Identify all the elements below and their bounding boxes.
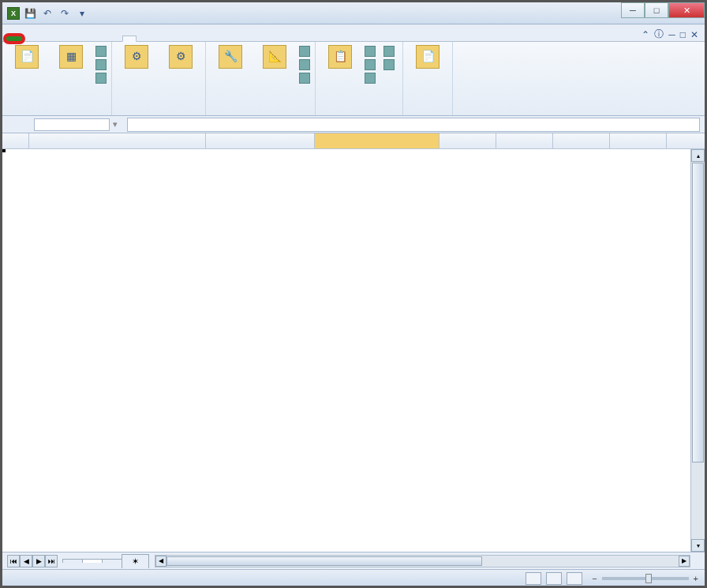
col-header-1[interactable] — [29, 133, 206, 148]
import-button[interactable] — [383, 45, 398, 58]
ribbon-group-code: 📄 ▦ — [2, 42, 112, 115]
tab-insert[interactable] — [37, 36, 51, 41]
name-box[interactable] — [34, 118, 110, 131]
save-icon[interactable]: 💾 — [23, 6, 37, 21]
tab-addins[interactable] — [137, 36, 151, 41]
help-icon[interactable]: ⓘ — [654, 28, 664, 41]
formula-input[interactable] — [127, 118, 700, 132]
doc-panel-button[interactable]: 📄 — [408, 45, 447, 70]
zoom-out-button[interactable]: − — [592, 574, 597, 583]
zoom-in-button[interactable]: + — [694, 574, 698, 583]
title-bar: X 💾 ↶ ↷ ▾ ─ □ ✕ — [2, 2, 705, 24]
ribbon-tabs: ⌃ ⓘ ─ □ ✕ — [2, 24, 705, 42]
sheet-tab-1[interactable] — [62, 559, 83, 563]
visual-basic-button[interactable]: 📄 — [7, 45, 47, 70]
view-normal-button[interactable] — [526, 572, 541, 585]
col-header-3[interactable] — [315, 133, 440, 148]
addins-button[interactable]: ⚙ — [117, 45, 156, 70]
ribbon-minimize-icon[interactable]: ⌃ — [642, 29, 649, 40]
doc-min-icon[interactable]: ─ — [668, 29, 675, 40]
ribbon-group-addins: ⚙ ⚙ — [112, 42, 206, 115]
doc-close-icon[interactable]: ✕ — [690, 29, 698, 40]
sheet-nav-first[interactable]: ⏮ — [7, 555, 20, 567]
export-button[interactable] — [383, 58, 398, 71]
scroll-up-button[interactable]: ▴ — [691, 149, 705, 162]
qat-more-icon[interactable]: ▾ — [75, 6, 89, 21]
source-button[interactable]: 📋 — [320, 45, 360, 70]
sheet-nav-last[interactable]: ⏭ — [45, 555, 58, 567]
code-icon — [299, 59, 310, 70]
tab-review[interactable] — [94, 36, 108, 41]
tab-file[interactable] — [6, 36, 23, 41]
sheet-tab-bar: ⏮ ◀ ▶ ⏭ ✶ ◀ ▶ — [2, 552, 705, 569]
close-button[interactable]: ✕ — [668, 2, 705, 18]
redo-icon[interactable]: ↷ — [58, 6, 72, 21]
excel-icon: X — [7, 7, 20, 20]
doc-restore-icon[interactable]: □ — [680, 29, 686, 40]
zoom-slider[interactable] — [602, 577, 689, 580]
props-icon — [299, 46, 310, 57]
minimize-button[interactable]: ─ — [621, 2, 645, 18]
properties-button[interactable] — [299, 45, 310, 58]
ribbon-group-modify: 📄 — [403, 42, 453, 115]
refresh-data-button[interactable] — [365, 72, 379, 84]
vscroll-thumb[interactable] — [692, 163, 704, 463]
undo-icon[interactable]: ↶ — [40, 6, 54, 21]
tab-home[interactable] — [23, 36, 37, 41]
maximize-button[interactable]: □ — [645, 2, 668, 18]
relative-ref-button[interactable] — [95, 58, 107, 71]
macros-button[interactable]: ▦ — [51, 45, 91, 70]
map-props-button[interactable] — [365, 45, 379, 58]
col-header-2[interactable] — [206, 133, 315, 148]
tab-developer[interactable] — [122, 36, 137, 42]
macro-security-button[interactable] — [95, 72, 107, 84]
vb-icon: 📄 — [15, 45, 39, 69]
scroll-down-button[interactable]: ▾ — [691, 539, 705, 552]
status-bar: − + — [2, 569, 705, 586]
run-dialog-button[interactable] — [299, 72, 310, 84]
hscroll-thumb[interactable] — [166, 556, 482, 566]
column-headers — [2, 133, 705, 149]
zoom-thumb[interactable] — [645, 574, 652, 583]
record-icon — [95, 46, 107, 57]
col-header-5[interactable] — [496, 133, 553, 148]
view-pagebreak-button[interactable] — [567, 572, 582, 585]
col-header-7[interactable] — [610, 133, 667, 148]
design-mode-button[interactable]: 📐 — [255, 45, 294, 70]
hscroll-left[interactable]: ◀ — [155, 556, 166, 567]
sheet-nav-next[interactable]: ▶ — [32, 555, 45, 567]
selection-rectangle — [2, 149, 6, 152]
view-layout-button[interactable] — [546, 572, 562, 585]
sheet-tab-3[interactable] — [102, 559, 122, 563]
formula-bar: ▾ — [2, 116, 705, 133]
ribbon-group-xml: 📋 — [316, 42, 403, 115]
export-icon — [383, 59, 395, 70]
exppack-icon — [365, 59, 376, 70]
mapprops-icon — [365, 46, 376, 57]
select-all-corner[interactable] — [2, 133, 29, 148]
new-sheet-button[interactable]: ✶ — [122, 554, 149, 568]
tab-view[interactable] — [108, 36, 122, 41]
expansion-packs-button[interactable] — [365, 58, 379, 71]
sheet-nav-prev[interactable]: ◀ — [20, 555, 32, 567]
sheet-tab-2[interactable] — [82, 559, 103, 563]
insert-control-button[interactable]: 🔧 — [211, 45, 250, 70]
namebox-dropdown-icon[interactable]: ▾ — [113, 119, 118, 129]
hscroll-right[interactable]: ▶ — [679, 556, 690, 567]
insert-icon: 🔧 — [219, 45, 242, 69]
tab-abbyy[interactable] — [165, 36, 179, 41]
tab-foxit[interactable] — [151, 36, 165, 41]
col-header-6[interactable] — [553, 133, 610, 148]
vertical-scrollbar[interactable]: ▴ ▾ — [690, 149, 705, 552]
spreadsheet-grid[interactable]: ▴ ▾ — [2, 133, 705, 552]
view-code-button[interactable] — [299, 58, 310, 71]
record-macro-button[interactable] — [95, 45, 107, 58]
macros-icon: ▦ — [59, 45, 83, 69]
col-header-4[interactable] — [440, 133, 496, 148]
ribbon-group-controls: 🔧 📐 — [206, 42, 316, 115]
tab-formulas[interactable] — [65, 36, 80, 41]
tab-data[interactable] — [80, 36, 94, 41]
com-addins-button[interactable]: ⚙ — [161, 45, 200, 70]
tab-layout[interactable] — [51, 36, 65, 41]
horizontal-scrollbar[interactable]: ◀ ▶ — [155, 555, 690, 567]
